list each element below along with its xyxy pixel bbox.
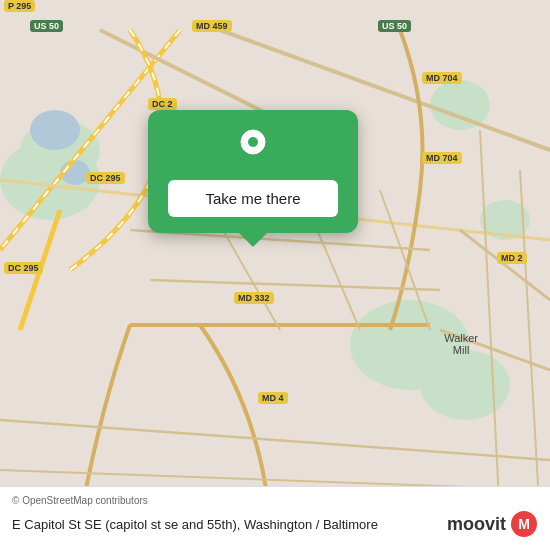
svg-line-16 (0, 420, 550, 460)
svg-line-9 (130, 230, 430, 250)
svg-text:M: M (518, 516, 530, 532)
road-label-md2: MD 2 (497, 252, 527, 264)
road-layer (0, 0, 550, 550)
svg-line-7 (460, 230, 550, 300)
road-label-md332: MD 332 (234, 292, 274, 304)
svg-point-20 (248, 137, 258, 147)
attribution: © OpenStreetMap contributors (12, 495, 538, 506)
location-pin-icon (233, 128, 273, 168)
road-label-md459: MD 459 (192, 20, 232, 32)
moovit-logo: moovit M (447, 510, 538, 538)
road-label-p295: P 295 (4, 0, 35, 12)
road-label-md704-mid: MD 704 (422, 152, 462, 164)
road-label-dc295-mid: DC 295 (86, 172, 125, 184)
road-label-us50-right: US 50 (378, 20, 411, 32)
road-label-md704-top: MD 704 (422, 72, 462, 84)
bottom-bar: © OpenStreetMap contributors E Capitol S… (0, 486, 550, 550)
map-container: US 50 US 50 MD 459 MD 704 MD 704 DC 295 … (0, 0, 550, 550)
road-label-dc2: DC 2 (148, 98, 177, 110)
map-popup: Take me there (148, 110, 358, 233)
road-label-dc295-low: DC 295 (4, 262, 43, 274)
moovit-icon: M (510, 510, 538, 538)
svg-line-14 (480, 130, 500, 520)
svg-line-10 (150, 280, 440, 290)
svg-line-13 (380, 190, 430, 330)
take-me-there-button[interactable]: Take me there (168, 180, 338, 217)
moovit-text: moovit (447, 514, 506, 535)
svg-line-15 (520, 170, 540, 520)
road-label-us50-left: US 50 (30, 20, 63, 32)
location-text: E Capitol St SE (capitol st se and 55th)… (12, 517, 447, 532)
road-label-md4: MD 4 (258, 392, 288, 404)
place-label-walker-mill: Walker Mill (444, 332, 478, 356)
